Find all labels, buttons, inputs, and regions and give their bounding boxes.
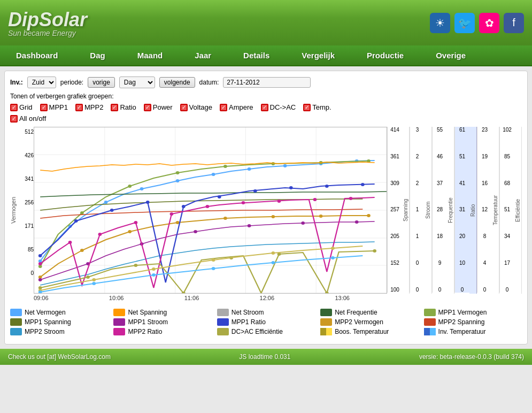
legend-net-spanning: Net Spanning (113, 309, 211, 316)
twitter-icon[interactable]: 🐦 (454, 13, 475, 33)
svg-point-23 (80, 211, 84, 215)
cb-power[interactable] (144, 104, 151, 111)
cb-mpp1-item[interactable]: MPP1 (40, 103, 68, 111)
next-button[interactable]: volgende (159, 77, 195, 88)
legend-inv-temp: Inv. Temperatuur (424, 328, 522, 335)
svg-point-50 (218, 195, 221, 198)
axis-temp: 23 19 16 12 8 4 0 (477, 127, 492, 293)
stroom-label: Stroom (425, 127, 432, 294)
header: DipSolar Sun became Energy ☀ 🐦 ✿ f (0, 0, 532, 45)
svg-point-32 (128, 230, 132, 233)
svg-point-45 (38, 254, 42, 257)
legend-net-stroom: Net Stroom (217, 309, 315, 316)
cb-all[interactable] (10, 115, 18, 123)
y-val-256: 256 (25, 200, 34, 205)
periode-label: periode: (60, 79, 83, 86)
footer-link[interactable]: Check us out [at] WebSolarLog.com (8, 353, 111, 361)
cb-voltage-label: Voltage (189, 103, 212, 111)
svg-point-42 (248, 224, 251, 227)
cb-mpp2[interactable] (75, 104, 83, 111)
facebook-icon[interactable]: f (504, 13, 524, 33)
svg-point-67 (134, 264, 138, 267)
x-val-3: 11:06 (184, 295, 199, 301)
svg-point-14 (104, 201, 108, 204)
x-axis: 09:06 10:06 11:06 12:06 13:06 (10, 294, 350, 305)
svg-point-76 (212, 258, 215, 262)
checkboxes-row2: All on/off (10, 114, 522, 123)
cb-power-label: Power (153, 103, 173, 111)
cb-voltage-item[interactable]: Voltage (180, 103, 212, 111)
legend-mpp2-ratio: MPP2 Ratio (113, 328, 211, 335)
cb-grid-item[interactable]: Grid (10, 103, 33, 111)
nav-dag[interactable]: Dag (74, 45, 121, 65)
cb-ampere[interactable] (220, 104, 227, 111)
svg-point-37 (367, 214, 371, 217)
cb-grid-label: Grid (19, 103, 33, 111)
nav-dashboard[interactable]: Dashboard (0, 45, 74, 65)
eff-label: Efficiëntie (514, 127, 522, 294)
inv-select[interactable]: Zuid (27, 77, 56, 88)
prev-button[interactable]: vorige (88, 77, 115, 88)
datum-input[interactable] (223, 77, 311, 88)
cb-dcac[interactable] (261, 104, 268, 111)
nav-vergelijk[interactable]: Vergelijk (286, 45, 351, 65)
solar-icon[interactable]: ☀ (430, 13, 450, 33)
x-val-5: 13:06 (335, 295, 350, 301)
cb-dcac-label: DC->AC (270, 103, 296, 111)
svg-point-51 (253, 189, 257, 193)
cb-ampere-item[interactable]: Ampere (220, 103, 253, 111)
cb-temp[interactable] (303, 104, 311, 111)
y-val-426: 426 (25, 152, 34, 158)
nav-productie[interactable]: Productie (351, 45, 420, 65)
cb-temp-item[interactable]: Temp. (303, 103, 331, 111)
nav-jaar[interactable]: Jaar (179, 45, 227, 65)
period-select[interactable]: Dag Week Maand (119, 77, 155, 88)
legend-swatch-inv-temp (424, 328, 436, 335)
chart-container (34, 127, 387, 294)
legend-swatch-mpp2-ratio (113, 328, 125, 335)
cb-dcac-item[interactable]: DC->AC (261, 103, 296, 111)
svg-point-33 (176, 221, 180, 224)
cb-mpp1-label: MPP1 (49, 103, 68, 111)
legend-swatch-net-stroom (217, 309, 229, 316)
svg-point-24 (128, 185, 132, 188)
legend-swatch-mpp1-ratio (217, 318, 229, 326)
cb-all-item[interactable]: All on/off (10, 114, 46, 123)
ratio-label: Ratio (469, 127, 477, 294)
cb-power-item[interactable]: Power (144, 103, 173, 111)
svg-point-63 (313, 198, 317, 201)
flickr-icon[interactable]: ✿ (479, 13, 499, 33)
cb-mpp2-label: MPP2 (84, 103, 103, 111)
legend-boos-temp: Boos. Temperatuur (320, 328, 418, 335)
cb-mpp2-item[interactable]: MPP2 (75, 103, 103, 111)
svg-point-66 (86, 276, 90, 279)
axis-stroom: 3 2 2 1 1 0 0 (410, 127, 425, 293)
svg-point-54 (361, 183, 365, 186)
axis-ratio: 61 51 41 31 20 10 0 (454, 127, 469, 293)
chart-wrapper: Vermogen 512 426 341 256 171 85 0 (10, 127, 522, 294)
cb-ratio-item[interactable]: Ratio (111, 103, 136, 111)
cb-voltage[interactable] (180, 104, 188, 111)
legend-swatch-mpp2-spanning (424, 318, 436, 326)
axis-eff: 102 85 68 51 34 17 0 (499, 127, 514, 293)
y-axis-label: Vermogen (10, 197, 17, 224)
svg-point-59 (170, 212, 174, 216)
svg-point-41 (194, 230, 197, 233)
svg-point-57 (98, 233, 102, 236)
svg-point-52 (289, 186, 293, 189)
cb-grid[interactable] (10, 104, 18, 111)
svg-point-27 (271, 162, 275, 165)
nav-overige[interactable]: Overige (420, 45, 482, 65)
logo-text: DipSolar (8, 9, 87, 31)
frequentie-label: Frequentie (447, 127, 454, 294)
cb-mpp1[interactable] (40, 104, 48, 111)
logo-area: DipSolar Sun became Energy (8, 9, 87, 37)
legend: Net Vermogen Net Spanning Net Stroom Net… (10, 305, 522, 339)
nav-maand[interactable]: Maand (121, 45, 179, 65)
cb-ratio[interactable] (111, 104, 118, 111)
svg-point-58 (134, 221, 138, 224)
nav-details[interactable]: Details (227, 45, 286, 65)
svg-point-80 (92, 282, 96, 285)
legend-mpp1-ratio: MPP1 Ratio (217, 318, 315, 326)
legend-swatch-mpp2-vermogen (320, 318, 332, 326)
